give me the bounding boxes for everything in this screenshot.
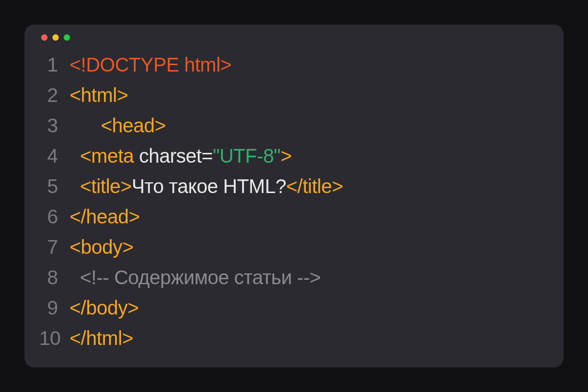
code-token: > — [280, 145, 292, 167]
line-number: 5 — [39, 171, 70, 201]
code-token — [70, 267, 80, 288]
code-line: 10</html> — [39, 323, 549, 353]
code-line: 6</head> — [39, 201, 549, 232]
code-line: 3 <head> — [39, 110, 549, 141]
code-line: 5 <title>Что такое HTML?</title> — [39, 171, 549, 201]
line-content: <meta charset="UTF-8"> — [70, 141, 292, 171]
maximize-icon[interactable] — [64, 34, 70, 41]
code-token: <title> — [80, 175, 131, 197]
code-token: <head> — [101, 115, 166, 136]
line-number: 8 — [39, 262, 70, 293]
code-token: <body> — [70, 236, 133, 258]
code-line: 2<html> — [39, 80, 549, 110]
line-number: 4 — [39, 141, 70, 171]
code-token: </body> — [70, 297, 139, 318]
line-content: <!DOCTYPE html> — [70, 49, 231, 80]
line-content: <title>Что такое HTML?</title> — [70, 171, 343, 201]
code-editor: 1<!DOCTYPE html>2<html>3 <head>4 <meta c… — [39, 49, 549, 353]
line-content: <head> — [70, 110, 166, 141]
window-controls — [41, 34, 549, 41]
line-content: </html> — [70, 323, 133, 353]
line-content: <body> — [70, 232, 133, 262]
line-number: 6 — [39, 201, 70, 232]
line-number: 3 — [39, 110, 70, 141]
code-token: "UTF-8" — [213, 145, 280, 167]
code-token: </html> — [70, 327, 133, 349]
code-line: 4 <meta charset="UTF-8"> — [39, 141, 549, 171]
line-number: 1 — [39, 49, 70, 80]
minimize-icon[interactable] — [52, 34, 59, 41]
line-number: 9 — [39, 293, 70, 323]
code-window: 1<!DOCTYPE html>2<html>3 <head>4 <meta c… — [24, 24, 564, 368]
line-content: </body> — [70, 293, 139, 323]
line-number: 7 — [39, 232, 70, 262]
code-line: 8 <!-- Содержимое статьи --> — [39, 262, 549, 293]
close-icon[interactable] — [41, 34, 48, 41]
code-token: </head> — [70, 206, 140, 227]
code-token — [70, 175, 80, 197]
code-token: </title> — [286, 175, 343, 197]
line-number: 2 — [39, 80, 70, 110]
code-line: 1<!DOCTYPE html> — [39, 49, 549, 80]
code-token: <!-- Содержимое статьи --> — [80, 267, 320, 288]
code-token — [70, 115, 101, 136]
code-line: 7<body> — [39, 232, 549, 262]
line-content: <html> — [70, 80, 128, 110]
code-token: <!DOCTYPE html> — [70, 54, 231, 75]
line-content: <!-- Содержимое статьи --> — [70, 262, 321, 293]
code-line: 9</body> — [39, 293, 549, 323]
code-token: <html> — [70, 84, 128, 106]
code-token: Что такое HTML? — [132, 175, 286, 197]
line-content: </head> — [70, 201, 140, 232]
line-number: 10 — [39, 323, 70, 353]
code-token: charset= — [134, 145, 213, 167]
code-token: <meta — [80, 145, 134, 167]
code-token — [70, 145, 80, 167]
